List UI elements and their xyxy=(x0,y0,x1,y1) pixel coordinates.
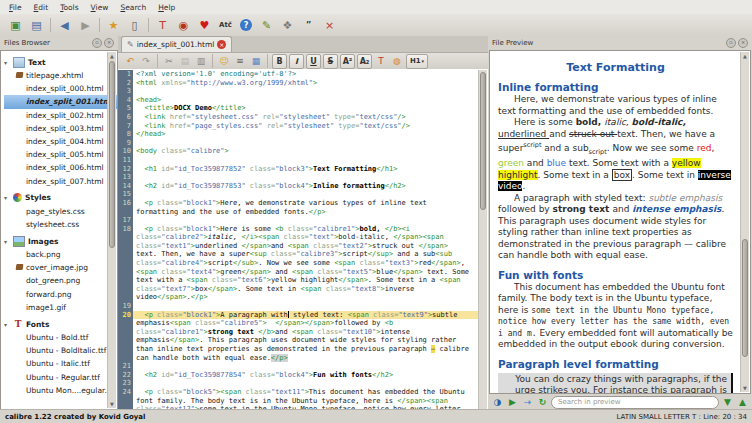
remove-unused-icon[interactable]: × xyxy=(321,17,338,33)
code-row[interactable]: 19 xyxy=(118,302,479,311)
scroll-up-icon[interactable]: ▲ xyxy=(108,52,116,60)
file-item[interactable]: index_split_000.html xyxy=(4,82,117,95)
file-item[interactable]: Ubuntu - Regular.ttf xyxy=(4,371,117,384)
code-row[interactable]: 12 <h1 id="id_Toc359877852" class="block… xyxy=(118,165,479,174)
paste-icon[interactable]: ▥ xyxy=(194,55,208,68)
code-row[interactable]: 17 xyxy=(118,216,479,225)
file-item[interactable]: index_split_003.html xyxy=(4,122,117,135)
code-row[interactable]: 2<html xmlns="http://www.w3.org/1999/xht… xyxy=(118,79,479,88)
text-color-icon[interactable]: T xyxy=(374,55,388,68)
float-panel-button[interactable]: ▫ xyxy=(92,38,102,48)
code-row[interactable]: class="calibre4">script</sub>. Now we se… xyxy=(118,259,479,268)
open-in-browser-icon[interactable]: ◑ xyxy=(491,396,504,409)
code-row[interactable]: 7 <link href="page_styles.css" rel="styl… xyxy=(118,122,479,131)
menu-view[interactable]: View xyxy=(85,3,115,12)
tab-close-button[interactable]: × xyxy=(217,40,226,49)
scroll-down-icon[interactable]: ▼ xyxy=(108,400,116,408)
preview-scrollbar-thumb[interactable] xyxy=(742,239,748,357)
file-item[interactable]: index_split_006.html xyxy=(4,161,117,174)
code-row[interactable]: 11 xyxy=(118,156,479,165)
code-row[interactable]: 5 <title>DOCX Demo</title> xyxy=(118,104,479,113)
arrange-icon[interactable]: ❖ xyxy=(279,17,296,33)
menu-help[interactable]: Help xyxy=(152,3,181,12)
spell-check-icon[interactable]: Atč xyxy=(217,17,234,33)
underline-icon[interactable]: U xyxy=(306,54,321,69)
file-item[interactable]: Ubuntu - Italic.ttf xyxy=(4,357,117,370)
file-item[interactable]: back.png xyxy=(4,248,117,261)
files-section-fonts[interactable]: ▾ T Fonts xyxy=(4,317,117,331)
code-row[interactable]: text with a <span class="text6">yellow h… xyxy=(118,276,479,285)
code-row[interactable]: emphasis<span class="calibre5"> </span><… xyxy=(118,319,479,328)
code-row[interactable]: can handle both with equal ease.</p> xyxy=(118,354,479,363)
file-item[interactable]: index_split_007.html xyxy=(4,175,117,188)
code-row[interactable]: class="text1">underlined </span>and <spa… xyxy=(118,242,479,251)
insert-tag-icon[interactable]: ≡ xyxy=(233,55,247,68)
cut-icon[interactable]: ✂ xyxy=(162,55,176,68)
back-icon[interactable]: ◀ xyxy=(56,17,73,33)
file-item[interactable]: index_split_004.html xyxy=(4,135,117,148)
file-item[interactable]: titlepage.xhtml xyxy=(4,69,117,82)
find-next-icon[interactable]: ▼ xyxy=(721,396,734,409)
code-row[interactable]: emphasis</span>. This paragraph uses doc… xyxy=(118,336,479,345)
edit-file-icon[interactable]: ✎ xyxy=(258,17,275,33)
tab-index-split-001[interactable]: ✎ index_split_001.html × xyxy=(121,36,232,52)
scroll-up-icon[interactable]: ▲ xyxy=(741,52,749,60)
code-row[interactable]: than inline text properties as demonstra… xyxy=(118,345,479,354)
menu-edit[interactable]: Edit xyxy=(28,3,55,12)
superscript-icon[interactable]: A² xyxy=(340,54,355,69)
help-icon[interactable]: ? xyxy=(240,19,252,31)
code-row[interactable]: 14 <h2 id="id_Toc359877853" class="block… xyxy=(118,182,479,191)
smarten-punctuation-icon[interactable]: ” xyxy=(300,17,317,33)
copy-icon[interactable]: ▤ xyxy=(178,55,192,68)
code-row[interactable]: 18 <p class="block1">Here is some <b cla… xyxy=(118,225,479,234)
italic-icon[interactable]: I xyxy=(289,54,304,69)
find-prev-icon[interactable]: ▲ xyxy=(736,396,749,409)
code-row[interactable]: 16 <p class="block1">Here, we demonstrat… xyxy=(118,199,479,208)
undo-icon[interactable]: ↶ xyxy=(123,55,137,68)
code-row[interactable]: class="calibre1">strong text </b>and <sp… xyxy=(118,328,479,337)
background-color-icon[interactable]: ◍ xyxy=(390,55,404,68)
check-book-icon[interactable]: ◉ xyxy=(175,17,192,33)
bold-icon[interactable]: B xyxy=(272,54,287,69)
file-item[interactable]: dot_green.png xyxy=(4,274,117,287)
code-row[interactable]: video</span>.</p> xyxy=(118,293,479,302)
files-scrollbar-thumb[interactable] xyxy=(109,61,115,248)
new-file-icon[interactable]: ▣ xyxy=(7,17,24,33)
editor-scrollbar-thumb[interactable] xyxy=(480,72,486,210)
code-row[interactable]: 23 xyxy=(118,379,479,388)
file-item[interactable]: page_styles.css xyxy=(4,205,117,218)
close-panel-button[interactable]: × xyxy=(738,38,748,48)
editor-scrollbar[interactable] xyxy=(478,70,487,409)
code-row[interactable]: 9 xyxy=(118,139,479,148)
file-item[interactable]: index_split_002.html xyxy=(4,109,117,122)
code-row[interactable]: 21 xyxy=(118,362,479,371)
code-row[interactable]: 8</head> xyxy=(118,130,479,139)
subscript-icon[interactable]: A₂ xyxy=(357,54,372,69)
code-row[interactable]: class="calibre2">italic, </i><span class… xyxy=(118,233,479,242)
code-row[interactable]: 13 xyxy=(118,173,479,182)
file-item[interactable]: stylesheet.css xyxy=(4,218,117,231)
special-character-icon[interactable]: ☺ xyxy=(217,55,231,68)
code-row[interactable]: font family. The body text is in the Ubu… xyxy=(118,397,479,406)
forward-icon[interactable]: ▶ xyxy=(77,17,94,33)
menu-search[interactable]: Search xyxy=(114,3,152,12)
code-row[interactable]: 10<body class="calibre"> xyxy=(118,147,479,156)
file-item[interactable]: image1.gif xyxy=(4,301,117,314)
code-row[interactable]: 4<head> xyxy=(118,96,479,105)
insert-image-icon[interactable]: ▦ xyxy=(249,55,263,68)
float-panel-button[interactable]: ▫ xyxy=(726,38,736,48)
save-book-icon[interactable]: ▤ xyxy=(28,17,45,33)
file-item[interactable]: index_split_001.html xyxy=(4,95,117,108)
donate-icon[interactable]: ♥ xyxy=(196,17,213,33)
code-row[interactable]: 15 xyxy=(118,190,479,199)
refresh-icon[interactable]: ↻ xyxy=(536,396,549,409)
code-row[interactable]: <span class="text4">green</span> and <sp… xyxy=(118,268,479,277)
heading-style-icon[interactable]: H1▾ xyxy=(406,54,428,69)
code-row[interactable]: 20 <p class="block1">A paragraph with st… xyxy=(118,311,479,320)
code-row[interactable]: 6 <link href="stylesheet.css" rel="style… xyxy=(118,113,479,122)
search-input[interactable] xyxy=(551,396,719,409)
files-scrollbar[interactable]: ▲ ▼ xyxy=(107,52,116,408)
device-icon[interactable]: ▯ xyxy=(126,17,143,33)
file-item[interactable]: Ubuntu Mon....egular.ttf xyxy=(4,384,117,397)
auto-reload-icon[interactable]: ▶ xyxy=(506,396,519,409)
